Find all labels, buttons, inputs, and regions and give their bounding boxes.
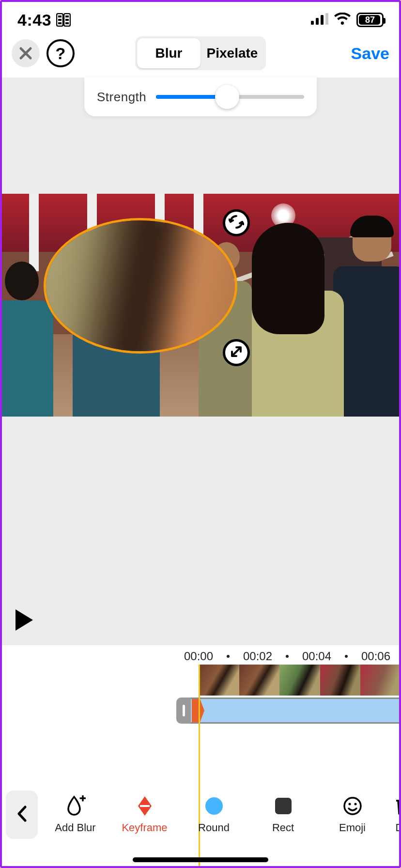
timeline-thumb[interactable] (320, 665, 361, 696)
home-indicator[interactable] (133, 857, 268, 862)
timeline: 00:00 00:02 00:04 00:06 (0, 645, 401, 723)
clip-trim-handle-left[interactable] (176, 698, 191, 724)
svg-point-14 (348, 803, 351, 806)
tool-label: Emoji (339, 822, 366, 834)
tool-add-blur[interactable]: Add Blur (44, 795, 107, 834)
effect-type-segmented-control: Blur Pixelate (135, 36, 266, 70)
segment-pixelate[interactable]: Pixelate (200, 38, 264, 68)
timeline-thumbnails[interactable] (199, 665, 401, 696)
back-button[interactable] (6, 790, 38, 839)
svg-rect-12 (140, 805, 150, 807)
blur-region-oval[interactable] (44, 218, 237, 354)
time-ruler: 00:00 00:02 00:04 00:06 (0, 649, 401, 664)
timeline-thumb[interactable] (279, 665, 320, 696)
effect-clip[interactable] (191, 698, 401, 724)
water-drop-plus-icon (65, 795, 86, 817)
status-bar: 4:43 87 (0, 0, 401, 29)
tool-emoji[interactable]: Emoji (321, 795, 384, 834)
rotate-handle[interactable] (223, 209, 250, 236)
trash-icon (394, 795, 401, 817)
video-frame[interactable]: HF (0, 194, 401, 417)
wifi-icon (334, 13, 351, 27)
svg-rect-1 (58, 16, 62, 17)
tool-delete-partial[interactable]: De (390, 795, 401, 834)
tool-label: De (395, 822, 401, 834)
time-mark: 00:02 (243, 650, 272, 663)
svg-rect-7 (65, 22, 69, 24)
svg-rect-9 (316, 18, 319, 25)
time-mark: 00:06 (361, 650, 390, 663)
help-button[interactable]: ? (46, 39, 75, 67)
play-button[interactable] (14, 608, 34, 634)
svg-rect-3 (58, 22, 62, 24)
tool-label: Add Blur (55, 822, 95, 834)
time-mark: 00:00 (184, 650, 213, 663)
svg-rect-2 (58, 19, 62, 21)
keyframe-diamond-icon (137, 795, 153, 817)
resize-handle[interactable] (223, 339, 250, 366)
svg-point-13 (344, 798, 361, 814)
effect-clip-track (176, 698, 401, 724)
svg-rect-6 (65, 19, 69, 21)
timeline-thumb[interactable] (239, 665, 280, 696)
tool-rect-shape[interactable]: Rect (252, 795, 315, 834)
chevron-left-icon (16, 806, 27, 824)
status-time: 4:43 (17, 11, 51, 30)
tool-label: Rect (272, 822, 294, 834)
tool-label: Keyframe (122, 822, 167, 834)
close-button[interactable] (12, 39, 40, 67)
bottom-toolbar: Add Blur Keyframe Round Rect Emoji De (0, 781, 401, 849)
strength-slider[interactable] (156, 87, 304, 107)
circle-shape-icon (205, 797, 223, 815)
tool-label: Round (198, 822, 230, 834)
strength-label: Strength (97, 90, 146, 105)
timeline-thumb[interactable] (360, 665, 401, 696)
sim-card-icon (56, 13, 71, 27)
time-mark: 00:04 (302, 650, 331, 663)
smiley-face-icon (343, 795, 362, 817)
segment-blur[interactable]: Blur (137, 38, 200, 68)
svg-point-15 (354, 803, 356, 806)
tool-keyframe[interactable]: Keyframe (113, 795, 176, 834)
cellular-signal-icon (311, 13, 328, 27)
square-shape-icon (275, 798, 292, 814)
svg-rect-8 (311, 21, 314, 25)
svg-rect-5 (65, 16, 69, 17)
strength-panel: Strength (84, 78, 317, 116)
resize-diagonal-icon (229, 344, 244, 361)
save-button[interactable]: Save (351, 44, 389, 63)
preview-canvas: HF (0, 78, 401, 645)
timeline-thumb[interactable] (199, 665, 239, 696)
svg-rect-10 (321, 15, 324, 25)
question-mark-icon: ? (56, 44, 66, 63)
rotate-arrows-icon (229, 214, 244, 232)
battery-icon: 87 (356, 13, 384, 27)
svg-rect-11 (325, 13, 328, 25)
tool-round-shape[interactable]: Round (183, 795, 246, 834)
slider-thumb[interactable] (215, 85, 239, 109)
editor-top-bar: ? Blur Pixelate Save (0, 29, 401, 78)
